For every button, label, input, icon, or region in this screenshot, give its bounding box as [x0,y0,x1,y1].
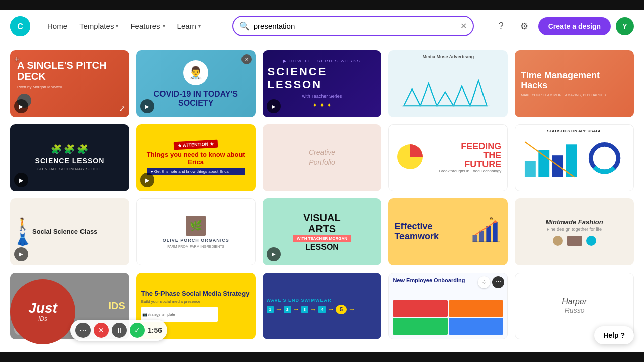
nav-home-label: Home [47,22,67,30]
top-bar [0,0,644,10]
arrow5: → [348,305,355,313]
features-chevron-icon: ▾ [163,23,165,29]
learn-chevron-icon: ▾ [198,23,201,29]
card-covid[interactable]: 👨‍⚕️ COVID-19 IN TODAY'S SOCIETY ▶ ✕ [136,50,256,117]
expand-icon: ⤢ [119,104,125,113]
help-button[interactable]: Help ? [594,326,634,344]
recording-options-button[interactable]: ⋯ [75,323,91,338]
portfolio-text: CreativePortfolio [309,148,335,167]
harper-name: Harper [562,297,587,306]
step4: 4 [318,306,326,313]
card-social-science[interactable]: 🚶👗 Social Science Class ▶ [10,198,129,265]
more-options-icon[interactable]: ⋯ [492,276,504,288]
ids-text: IDS [108,300,125,312]
science-subtitle: with Teacher Series [302,94,342,99]
svg-rect-16 [472,235,477,242]
create-design-button[interactable]: Create a design [538,17,611,35]
recording-confirm-button[interactable]: ✓ [130,323,145,338]
socsci-title: Social Science Class [32,228,97,236]
help-label: Help ? [603,331,625,339]
add-icon: + [14,54,20,65]
nav-templates[interactable]: Templates ▾ [74,18,123,34]
media-title: Media Muse Advertising [392,54,504,59]
card-feeding-future[interactable]: FEEDINGTHEFUTURE Breakthroughs in Food T… [388,124,508,191]
step1: 1 [267,306,274,313]
search-input[interactable] [232,16,474,36]
card-stats[interactable]: STATISTICS ON APP USAGE [515,124,634,191]
visual-title: VISUALARTS [303,212,340,234]
play-icon: ▶ [14,173,28,187]
settings-icon-button[interactable]: ⚙ [515,17,533,35]
card-effective-teamwork[interactable]: Effective Teamwork ↑ 🧑 [388,198,508,265]
science2-title: SCIENCE LESSON [35,157,105,165]
olive-subtitle: FARM-FROM-FARM INGREDIENTS [167,245,224,248]
templates-chevron-icon: ▾ [116,23,118,29]
svg-marker-2 [404,89,420,106]
social2-subtitle: Build your social media presence [141,299,251,304]
wave-brand: WAVE'S END SWIMWEAR [267,298,378,303]
play-icon: ▶ [14,99,28,113]
media-chart [392,78,504,111]
nav-features-label: Features [130,22,160,30]
card-things-erica[interactable]: ★ ATTENTION ★ Things you need to know ab… [136,124,256,191]
card-time-management[interactable]: Time Management Hacks MAKE YOUR TEAM MOR… [515,50,634,117]
card-portfolio[interactable]: CreativePortfolio [263,124,382,191]
search-clear-icon[interactable]: ✕ [460,21,467,31]
covid-title: COVID-19 IN TODAY'S SOCIETY [141,89,251,107]
arrow2: → [293,305,300,313]
visual-with: WITH TEACHER MORGAN [293,235,351,242]
social2-title: The 5-Phase Social Media Strategy [141,290,251,298]
svg-text:↑: ↑ [493,218,495,222]
card-wave-swimwear[interactable]: WAVE'S END SWIMWEAR 1 → 2 → 3 → 4 → 5 → [263,273,382,339]
harper-surname: Russo [562,306,587,314]
recording-controls: ⋯ ✕ ⏸ ✓ 1:56 [70,320,167,341]
recording-stop-button[interactable]: ✕ [94,323,109,338]
svg-rect-18 [486,226,491,242]
step3: 3 [301,306,308,313]
avatar-letter: Y [622,22,627,30]
nav-features[interactable]: Features ▾ [125,18,170,34]
recording-pause-button[interactable]: ⏸ [112,323,127,338]
svg-rect-11 [552,155,564,177]
just-ids-overlay[interactable]: Just IDs [10,279,75,344]
card-mintmade-fashion[interactable]: Mintmade Fashion Fine design together fo… [515,198,634,265]
nav-home[interactable]: Home [42,18,72,34]
just-sub: IDs [38,315,47,322]
card-visual-arts[interactable]: VISUALARTS WITH TEACHER MORGAN LESSON ▶ [263,198,382,265]
recording-timer: 1:56 [148,326,162,334]
bottom-bar [0,352,644,362]
svg-rect-9 [525,161,536,177]
search-icon: 🔍 [239,21,250,31]
nav-learn-label: Learn [177,22,196,30]
card-olive-porch[interactable]: 🌿 OLIVE PORCH ORGANICS FARM-FROM-FARM IN… [136,198,256,265]
science2-subtitle: GLENDALE SECONDARY SCHOOL [37,167,103,171]
science-pre: ▶ How the Series Works [283,59,361,63]
card-media-advertising[interactable]: Media Muse Advertising [388,50,508,117]
feeding-title: FEEDINGTHEFUTURE [439,142,502,169]
canva-logo[interactable]: C [10,16,30,36]
things-starburst: ★ ATTENTION ★ [174,139,218,150]
play-icon: ▶ [140,99,154,113]
stats-title: STATISTICS ON APP USAGE [519,129,629,133]
card-pitch-deck[interactable]: + A SINGLE'S PITCH DECK Pitch by Morgan … [10,50,129,117]
heart-icon[interactable]: ♡ [478,276,490,288]
fashion-title: Mintmade Fashion [546,218,603,226]
card-science-lesson[interactable]: ▶ How the Series Works SCIENCE LESSON wi… [263,50,382,117]
stats-chart [519,135,629,187]
nav-learn[interactable]: Learn ▾ [172,18,206,34]
main-nav: Home Templates ▾ Features ▾ Learn ▾ [42,18,206,34]
close-icon[interactable]: ✕ [242,54,252,64]
feeding-subtitle: Breakthroughs in Food Technology [439,169,502,173]
header-actions: ? ⚙ Create a design Y [492,17,634,35]
play-icon: ▶ [14,247,28,261]
play-icon: ▶ [267,247,281,261]
svg-marker-4 [437,92,454,106]
card-new-employee-onboarding[interactable]: ♡ ⋯ New Employee Onboarding [388,273,508,339]
card-science-lesson-2[interactable]: 🧩🧩🧩 SCIENCE LESSON GLENDALE SECONDARY SC… [10,124,129,191]
svg-marker-5 [454,86,470,106]
pitch-subtitle: Pitch by Morgan Maxwell [17,85,122,89]
user-avatar[interactable]: Y [616,17,634,35]
help-icon-button[interactable]: ? [492,17,510,35]
arrow4: → [327,305,334,313]
arrow3: → [310,305,317,313]
